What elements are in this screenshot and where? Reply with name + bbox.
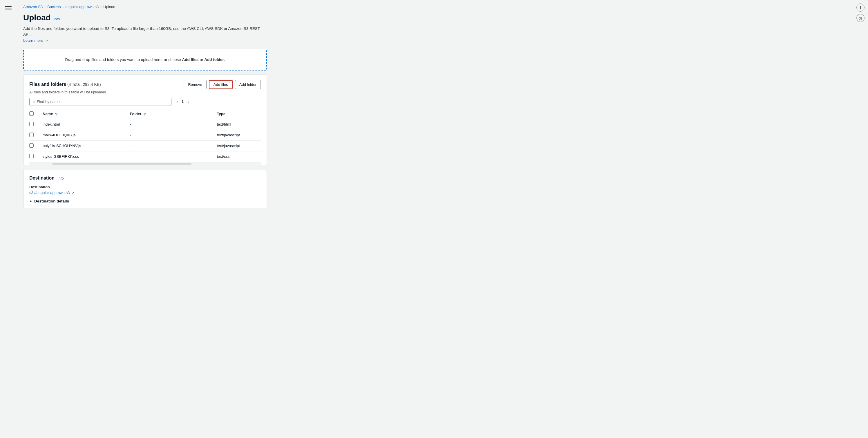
table-row: index.html - text/html (29, 119, 261, 130)
scrollbar-track-area[interactable] (29, 162, 261, 165)
row-checkbox-1[interactable] (29, 122, 34, 126)
file-folder-2: - (127, 130, 214, 140)
page-title: Upload (23, 13, 51, 22)
breadcrumb-sep-1: › (44, 5, 45, 9)
select-all-checkbox[interactable] (29, 112, 34, 116)
file-name-4: styles-GSBFIRKP.css (40, 151, 127, 162)
toggle-arrow-icon: ► (29, 199, 32, 203)
table-row: polyfills-SCHOHYNV.js - text/javascript (29, 140, 261, 151)
page-info-link[interactable]: Info (54, 17, 60, 21)
table-row: main-4DDFJQAB.js - text/javascript (29, 130, 261, 140)
files-header: Files and folders (4 Total, 293.4 KB) Re… (29, 80, 261, 89)
destination-details-toggle[interactable]: ► Destination details (29, 199, 261, 204)
file-type-2: text/javascript (214, 130, 261, 140)
file-name-2: main-4DDFJQAB.js (40, 130, 127, 140)
table-row: styles-GSBFIRKP.css - text/css (29, 151, 261, 162)
dropzone-text-middle: or (199, 57, 205, 62)
destination-header: Destination Info (29, 176, 261, 181)
add-folder-button[interactable]: Add folder (235, 80, 261, 89)
dropzone-text-before: Drag and drop files and folders you want… (65, 57, 182, 62)
file-folder-3: - (127, 140, 214, 151)
files-subtitle: All files and folders in this table will… (29, 90, 261, 94)
breadcrumb-buckets[interactable]: Buckets (47, 5, 61, 9)
search-icon: ⌕ (32, 99, 35, 104)
destination-title: Destination (29, 176, 55, 181)
breadcrumb-current: Upload (103, 5, 115, 9)
destination-details-label: Destination details (34, 199, 69, 204)
col-folder-header[interactable]: Folder ▽ (127, 109, 214, 119)
pagination: ‹ 1 › (175, 99, 190, 105)
breadcrumb: Amazon S3 › Buckets › angular-app-aws-s3… (23, 5, 289, 9)
main-content: Amazon S3 › Buckets › angular-app-aws-s3… (14, 0, 298, 438)
clock-icon[interactable]: ◷ (857, 14, 865, 22)
prev-page-button[interactable]: ‹ (175, 99, 179, 105)
row-checkbox-3[interactable] (29, 143, 34, 148)
destination-external-icon: ↗ (72, 191, 74, 195)
dropzone-text-after: . (224, 57, 225, 62)
file-name-3: polyfills-SCHOHYNV.js (40, 140, 127, 151)
select-all-header (29, 109, 40, 119)
page-number: 1 (182, 99, 184, 104)
sidebar-toggle[interactable] (5, 5, 11, 11)
name-sort-icon: ▽ (55, 113, 57, 116)
search-box[interactable]: ⌕ (29, 98, 172, 106)
file-type-1: text/html (214, 119, 261, 130)
breadcrumb-s3[interactable]: Amazon S3 (23, 5, 43, 9)
row-checkbox-2[interactable] (29, 132, 34, 137)
scrollbar-thumb[interactable] (53, 163, 191, 165)
files-section: Files and folders (4 Total, 293.4 KB) Re… (23, 74, 267, 165)
page-header: Upload Info (23, 13, 289, 22)
file-table: Name ▽ Folder ▽ Type (29, 109, 261, 162)
page-description: Add the files and folders you want to up… (23, 26, 267, 43)
destination-section: Destination Info Destination s3://angula… (23, 170, 267, 209)
breadcrumb-sep-3: › (100, 5, 101, 9)
destination-info-link[interactable]: Info (57, 176, 64, 180)
add-files-button[interactable]: Add files (209, 80, 232, 89)
col-name-header[interactable]: Name ▽ (40, 109, 127, 119)
destination-label: Destination (29, 185, 261, 189)
info-icon[interactable]: ℹ (857, 3, 865, 11)
file-type-3: text/javascript (214, 140, 261, 151)
col-type-header: Type (214, 109, 261, 119)
file-type-4: text/css (214, 151, 261, 162)
breadcrumb-sep-2: › (62, 5, 64, 9)
files-count: (4 Total, 293.4 KB) (67, 82, 101, 87)
dropzone[interactable]: Drag and drop files and folders you want… (23, 49, 267, 70)
destination-url-link[interactable]: s3://angular-app-aws-s3 ↗ (29, 191, 74, 195)
dropzone-add-folder-label: Add folder (204, 57, 224, 62)
remove-button[interactable]: Remove (184, 80, 206, 89)
dropzone-add-files-label: Add files (182, 57, 199, 62)
next-page-button[interactable]: › (186, 99, 190, 105)
files-title-block: Files and folders (4 Total, 293.4 KB) (29, 82, 101, 87)
folder-sort-icon: ▽ (144, 113, 146, 116)
learn-more-link[interactable]: Learn more ↗ (23, 38, 48, 43)
files-title: Files and folders (29, 82, 66, 87)
search-input[interactable] (37, 99, 168, 104)
search-and-page: ⌕ ‹ 1 › (29, 98, 261, 106)
file-folder-1: - (127, 119, 214, 130)
file-folder-4: - (127, 151, 214, 162)
files-actions: Remove Add files Add folder (184, 80, 261, 89)
learn-more-icon: ↗ (45, 39, 48, 42)
row-checkbox-4[interactable] (29, 154, 34, 158)
file-name-1: index.html (40, 119, 127, 130)
breadcrumb-bucket[interactable]: angular-app-aws-s3 (65, 5, 99, 9)
top-right-icons: ℹ ◷ (857, 3, 865, 22)
